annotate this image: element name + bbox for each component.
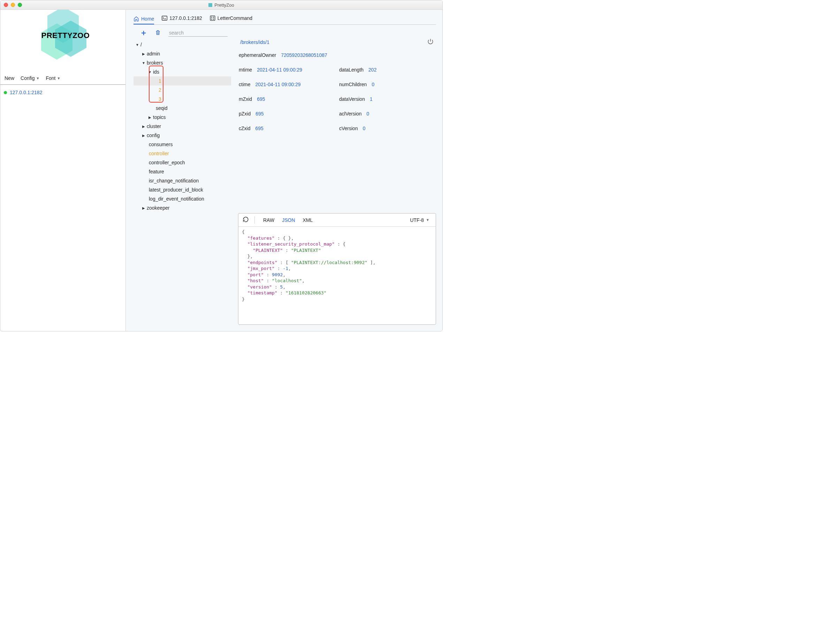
stat-key: numChildren [339, 82, 367, 87]
tree-label: latest_producer_id_block [147, 187, 203, 193]
tree-node-cluster[interactable]: ▶ cluster [134, 122, 231, 131]
tree-label: config [145, 133, 159, 138]
tab-terminal-label: 127.0.0.1:2182 [169, 15, 202, 21]
logo-area: PRETTYZOO [0, 10, 125, 73]
chevron-down-icon: ▼ [142, 61, 145, 65]
format-json-tab[interactable]: JSON [282, 217, 295, 223]
tree-label: feature [147, 169, 164, 174]
chevron-right-icon: ▶ [142, 52, 145, 56]
menu-new[interactable]: New [5, 75, 14, 81]
tree-node-config[interactable]: ▶ config [134, 131, 231, 140]
server-address: 127.0.0.1:2182 [10, 90, 42, 95]
tab-terminal[interactable]: 127.0.0.1:2182 [162, 15, 202, 22]
chevron-down-icon: ▼ [57, 76, 60, 80]
app-icon [208, 3, 212, 7]
add-node-button[interactable]: ＋ [140, 29, 147, 36]
stat-key: cZxid [239, 125, 250, 131]
status-online-icon [4, 91, 7, 94]
chevron-down-icon: ▼ [36, 76, 39, 80]
tab-home[interactable]: Home [134, 16, 154, 24]
disconnect-button[interactable] [427, 38, 434, 46]
server-list: 127.0.0.1:2182 [0, 85, 125, 100]
tree-node-id-3[interactable]: 3 [134, 95, 231, 104]
tree-label: controller_epoch [147, 160, 185, 165]
format-raw-tab[interactable]: RAW [263, 217, 274, 223]
server-item[interactable]: 127.0.0.1:2182 [4, 90, 122, 95]
tree-label: cluster [145, 123, 161, 129]
chevron-right-icon: ▶ [142, 125, 145, 128]
stat-value: 0 [367, 111, 369, 117]
tree-node-topics[interactable]: ▶ topics [134, 113, 231, 122]
svg-rect-0 [162, 16, 167, 20]
encoding-select[interactable]: UTF-8 ▼ [410, 217, 431, 223]
stat-value: 202 [368, 67, 376, 73]
stat-value: 695 [257, 96, 265, 102]
stat-value: 1 [370, 96, 373, 102]
tree-node-feature[interactable]: feature [134, 167, 231, 176]
menu-config-label: Config [21, 75, 35, 81]
viewer-toolbar: RAW JSON XML UTF-8 ▼ [238, 214, 436, 227]
tree-node-consumers[interactable]: consumers [134, 140, 231, 149]
svg-point-5 [213, 19, 214, 19]
tab-letter-command[interactable]: LetterCommand [210, 15, 253, 22]
stat-key: aclVersion [339, 111, 362, 117]
toolbar: ＋ [134, 25, 436, 38]
tree-label: topics [152, 114, 166, 120]
tree-node-seqid[interactable]: seqid [134, 104, 231, 113]
home-icon [134, 16, 139, 22]
tree-node-id-2[interactable]: 2 [134, 85, 231, 95]
tree-label: zookeeper [145, 205, 169, 211]
logo: PRETTYZOO [35, 15, 91, 67]
tree-node-controller-epoch[interactable]: controller_epoch [134, 158, 231, 167]
tree-node-isr-change[interactable]: isr_change_notification [134, 176, 231, 185]
svg-rect-1 [210, 16, 215, 20]
chevron-down-icon: ▼ [148, 70, 152, 74]
main-area: Home 127.0.0.1:2182 LetterCommand ＋ [126, 10, 442, 331]
tree-node-log-dir-event[interactable]: log_dir_event_notification [134, 194, 231, 203]
tree-node-admin[interactable]: ▶ admin [134, 49, 231, 58]
details-panel: /brokers/ids/1 ephemeralOwner72059203268… [238, 38, 436, 325]
grid-icon [210, 15, 215, 21]
tab-home-label: Home [141, 16, 154, 22]
node-path: /brokers/ids/1 [240, 40, 269, 45]
stat-value: 695 [256, 111, 264, 117]
tree-label: 3 [157, 96, 161, 102]
chevron-right-icon: ▶ [142, 134, 145, 138]
tree-label: 2 [157, 87, 161, 93]
format-xml-tab[interactable]: XML [303, 217, 313, 223]
node-tree: ▼ / ▶ admin ▼ brokers ▼ ids [134, 38, 231, 325]
chevron-right-icon: ▶ [148, 116, 152, 119]
menu-new-label: New [5, 75, 14, 81]
terminal-icon [162, 16, 167, 21]
stat-value: 72059203268051087 [281, 52, 327, 58]
stat-value: 2021-04-11 09:00:29 [255, 82, 300, 87]
tree-label: / [139, 42, 142, 47]
svg-point-4 [211, 19, 212, 19]
menu-font-label: Font [46, 75, 55, 81]
tree-node-id-1[interactable]: 1 [134, 76, 231, 85]
stat-key: mtime [239, 67, 252, 73]
stat-key: ephemeralOwner [239, 52, 276, 58]
svg-point-2 [211, 17, 212, 18]
tree-node-brokers[interactable]: ▼ brokers [134, 58, 231, 67]
tree-node-controller[interactable]: controller [134, 149, 231, 158]
stat-value: 2021-04-11 09:00:29 [257, 67, 302, 73]
tree-label: 1 [157, 78, 161, 84]
delete-node-button[interactable] [155, 29, 161, 36]
tree-label: ids [152, 69, 159, 74]
tree-node-latest-producer-id[interactable]: latest_producer_id_block [134, 185, 231, 194]
tree-label: admin [145, 51, 160, 57]
tree-node-ids[interactable]: ▼ ids [134, 67, 231, 76]
menu-config[interactable]: Config ▼ [21, 75, 39, 81]
menu-font[interactable]: Font ▼ [46, 75, 60, 81]
tree-node-root[interactable]: ▼ / [134, 40, 231, 49]
tree-label: brokers [145, 60, 163, 66]
tree-label: log_dir_event_notification [147, 196, 204, 202]
code-viewer[interactable]: { "features" : { }, "listener_security_p… [238, 227, 436, 324]
search-input[interactable] [168, 29, 227, 36]
tree-node-zookeeper[interactable]: ▶ zookeeper [134, 203, 231, 212]
stat-value: 0 [363, 125, 366, 131]
stat-value: 0 [371, 82, 374, 87]
refresh-button[interactable] [243, 216, 255, 223]
stat-key: mZxid [239, 96, 252, 102]
